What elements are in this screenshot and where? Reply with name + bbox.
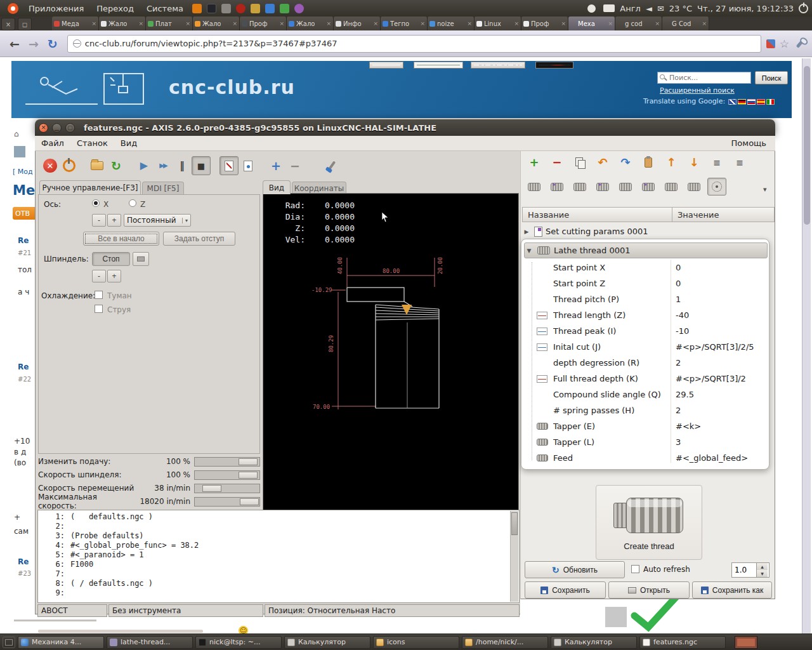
tab-close-icon[interactable]: × (606, 20, 613, 27)
feature-template-button-3[interactable] (570, 178, 589, 196)
back-button[interactable]: ← (5, 37, 24, 51)
taskbar-window-button[interactable]: features.ngc (639, 636, 726, 649)
tab-close-icon[interactable]: × (137, 20, 143, 27)
tab-close-icon[interactable]: × (325, 20, 331, 27)
flood-checkbox[interactable] (95, 305, 103, 313)
param-row[interactable]: Inital cut (J)#<p>/SQRT[3]/2/5 (521, 339, 770, 355)
move-down-button[interactable]: ↓ (684, 154, 704, 171)
tab-close-icon[interactable]: × (90, 20, 96, 27)
param-row[interactable]: Feed#<_global_feed> (521, 450, 770, 466)
reply-button-fragment[interactable]: ОТВ (13, 207, 36, 220)
clear-plot-button[interactable] (322, 156, 341, 175)
zoom-out-button[interactable]: − (285, 156, 304, 175)
taskbar-window-button[interactable]: Калькулятор (284, 636, 370, 649)
translate-icon[interactable] (766, 39, 775, 48)
tab-close-icon[interactable]: × (184, 20, 190, 27)
banner-thumbnail-1[interactable] (369, 62, 403, 69)
spinner-down-icon[interactable]: ▼ (757, 570, 768, 577)
column-header-name[interactable]: Название (522, 207, 672, 222)
gcode-scrollbar[interactable] (510, 511, 518, 602)
bookmark-star-icon[interactable]: ☆ (775, 37, 794, 50)
tab-close-icon[interactable]: × (560, 20, 566, 27)
tab-close-icon[interactable]: × (231, 20, 237, 27)
flag-es-icon[interactable] (757, 99, 765, 105)
launcher-icon[interactable] (192, 4, 202, 13)
browser-tab[interactable]: Тегпо× (381, 17, 428, 30)
keyboard-layout-label[interactable]: Англ (620, 4, 641, 13)
mist-checkbox[interactable] (95, 291, 103, 299)
browser-tab[interactable]: Linux× (475, 17, 521, 30)
tab-close-icon[interactable]: × (419, 20, 425, 27)
feature-template-button-6[interactable] (639, 178, 658, 196)
param-value[interactable]: -10 (671, 326, 770, 336)
feature-template-button-7[interactable] (662, 178, 681, 196)
flag-uk-icon[interactable] (728, 99, 737, 105)
menu-view[interactable]: Вид (114, 138, 143, 148)
slider-thumb[interactable] (239, 458, 258, 465)
tab-close-icon[interactable]: × (372, 20, 378, 27)
window-maximize-icon[interactable]: ▢ (65, 123, 75, 133)
param-row[interactable]: Compound slide angle (Q)29.5 (521, 387, 770, 402)
slider-thumb[interactable] (202, 485, 221, 492)
browser-tab[interactable]: Плат× (146, 17, 193, 30)
param-value[interactable]: 0 (671, 263, 770, 272)
post-fragment[interactable]: Re (18, 236, 29, 245)
site-identity-icon[interactable] (73, 39, 81, 48)
volume-icon[interactable]: ◄ (646, 4, 652, 13)
axis-x-radio[interactable] (92, 199, 100, 207)
tab-close-icon[interactable]: × (653, 20, 660, 27)
param-row[interactable]: Full thread depth (K)#<p>/SQRT[3]/2 (521, 371, 770, 387)
browser-tab[interactable]: Меда× (52, 17, 99, 30)
undo-button[interactable]: ↶ (593, 154, 612, 171)
site-search-input[interactable] (657, 72, 751, 84)
tab-manual-control[interactable]: Ручное управление-[F3] (39, 180, 141, 194)
clock[interactable]: Чт., 27 июня, 19:12:33 (697, 4, 794, 13)
save-button[interactable]: Сохранить (525, 581, 606, 599)
redo-button[interactable]: ↷ (616, 154, 635, 171)
spinner-up-icon[interactable]: ▲ (757, 563, 768, 570)
feed-override-slider[interactable] (194, 457, 260, 467)
refresh-interval-spinner[interactable]: ▲ ▼ (731, 562, 769, 578)
browser-tab[interactable]: Жало× (287, 17, 334, 30)
outdent-button[interactable]: ≡ (707, 154, 726, 171)
distributor-logo-icon[interactable] (8, 3, 18, 14)
feature-template-button-8[interactable] (684, 178, 704, 196)
browser-tab[interactable]: Жало× (99, 17, 146, 30)
notification-icon[interactable] (587, 4, 596, 13)
post-fragment[interactable]: Re (18, 362, 29, 371)
applications-menu[interactable]: Приложения (22, 0, 90, 17)
param-value[interactable]: 3 (671, 437, 770, 447)
copy-feature-button[interactable] (570, 154, 589, 171)
launcher-icon[interactable] (221, 4, 231, 13)
spindle-override-slider[interactable] (194, 470, 260, 480)
param-value[interactable]: #<p>/SQRT[3]/2 (671, 374, 770, 383)
param-row[interactable]: Thread pitch (P)1 (521, 291, 770, 307)
zoom-in-button[interactable]: + (266, 156, 285, 175)
site-search-button[interactable]: Поиск (755, 71, 788, 84)
refresh-button[interactable]: ↻ Обновить (525, 561, 625, 578)
taskbar-window-button[interactable]: nick@ltsp: ~... (195, 636, 282, 649)
flag-ru-icon[interactable] (747, 99, 756, 105)
param-value[interactable]: #<p>/SQRT[3]/2/5 (671, 342, 770, 352)
url-input[interactable] (85, 39, 756, 48)
param-value[interactable]: 1 (671, 295, 770, 304)
spindle-brake-button[interactable] (133, 252, 149, 266)
scrollbar-thumb[interactable] (804, 66, 810, 225)
browser-tab[interactable]: Проф× (521, 17, 568, 30)
workspace-switcher[interactable] (735, 636, 757, 649)
expander-icon[interactable]: ▼ (525, 248, 534, 254)
keyboard-layout-icon[interactable] (603, 4, 615, 12)
remove-feature-button[interactable]: − (547, 154, 566, 171)
param-value[interactable]: -40 (671, 310, 770, 320)
param-row[interactable]: depth degression (R)2 (521, 355, 770, 371)
browser-tab[interactable]: g cod× (615, 17, 662, 30)
param-value[interactable]: 2 (671, 358, 770, 368)
post-fragment[interactable]: Re (18, 557, 29, 566)
touch-off-button[interactable]: Задать отступ (163, 232, 235, 246)
browser-tab[interactable]: Жало× (193, 17, 240, 30)
banner-thumbnail-2[interactable] (414, 62, 463, 69)
url-bar[interactable] (67, 35, 761, 53)
optional-stop-toggle[interactable] (239, 156, 258, 175)
tab-close-icon[interactable]: × (278, 20, 284, 27)
flag-it-icon[interactable] (766, 99, 775, 105)
